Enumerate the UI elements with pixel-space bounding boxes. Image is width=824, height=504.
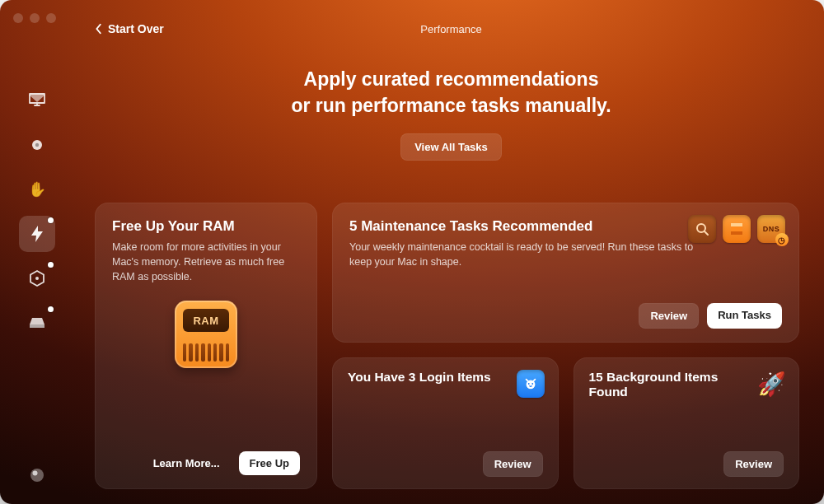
sidebar-item-performance[interactable] [19, 216, 55, 252]
svg-point-10 [526, 380, 535, 390]
shield-dot-icon [30, 138, 44, 152]
bolt-icon [29, 225, 45, 243]
sidebar-item-apps[interactable] [19, 260, 55, 296]
notification-dot [48, 262, 54, 268]
hero: Apply curated recommendations or run per… [95, 66, 808, 161]
mac-icon [27, 92, 47, 109]
ram-chip-label: RAM [183, 309, 229, 332]
drive-icon [28, 316, 46, 329]
page-title: Performance [420, 23, 481, 35]
card-title: Free Up Your RAM [112, 218, 300, 235]
sidebar: ✋ [0, 0, 74, 504]
review-button[interactable]: Review [639, 303, 699, 329]
card-desc: Make room for more activities in your Ma… [112, 240, 300, 284]
hex-icon [29, 270, 45, 287]
view-all-tasks-button[interactable]: View All Tasks [400, 133, 502, 161]
free-up-button[interactable]: Free Up [239, 451, 300, 475]
card-background-items: 🚀 15 Background Items Found Review [574, 357, 800, 489]
rocket-icon: 🚀 [757, 370, 785, 398]
bottom-cards: You Have 3 Login Items Review 🚀 15 Backg… [332, 357, 799, 489]
cards-grid: Free Up Your RAM Make room for more acti… [95, 203, 799, 489]
svg-point-2 [35, 277, 39, 280]
ram-chip-pins [183, 343, 229, 362]
svg-rect-8 [731, 223, 742, 226]
hand-icon: ✋ [28, 180, 46, 198]
app-window: Start Over Performance Apply curated rec… [0, 0, 824, 504]
header: Start Over Performance [95, 20, 808, 38]
svg-point-4 [30, 469, 44, 482]
card-free-ram: Free Up Your RAM Make room for more acti… [95, 203, 317, 489]
ram-illustration: RAM [112, 301, 300, 368]
sidebar-item-privacy[interactable]: ✋ [19, 171, 55, 208]
review-button[interactable]: Review [723, 451, 784, 477]
learn-more-button[interactable]: Learn More... [143, 451, 231, 475]
notification-dot [48, 217, 54, 223]
card-title: 15 Background Items Found [589, 370, 733, 399]
svg-point-12 [531, 383, 533, 385]
sidebar-bottom [25, 463, 49, 488]
chevron-left-icon [95, 23, 103, 35]
svg-point-1 [35, 143, 39, 147]
sidebar-item-files[interactable] [19, 305, 55, 341]
ram-chip-icon: RAM [175, 301, 237, 368]
back-button[interactable]: Start Over [95, 22, 164, 35]
login-item-app-icon [517, 370, 545, 398]
card-desc: Your weekly maintenance cocktail is read… [349, 240, 704, 269]
hero-heading: Apply curated recommendations or run per… [95, 66, 808, 119]
hero-line: or run performance tasks manually. [291, 95, 611, 116]
card-maintenance: DNS ◷ 5 Maintenance Tasks Recommended Yo… [332, 203, 799, 343]
maintenance-icons: DNS ◷ [688, 215, 785, 243]
run-tasks-button[interactable]: Run Tasks [707, 303, 782, 329]
sidebar-item-assistant[interactable] [25, 463, 49, 488]
dns-label: DNS [763, 225, 780, 233]
spotlight-reindex-icon [688, 215, 716, 243]
svg-rect-3 [30, 324, 44, 328]
notification-dot [48, 306, 54, 312]
svg-point-5 [33, 471, 38, 476]
orb-icon [29, 467, 45, 483]
disk-repair-icon [723, 215, 751, 243]
card-title: You Have 3 Login Items [348, 370, 492, 385]
svg-point-11 [527, 383, 529, 385]
dns-flush-icon: DNS ◷ [757, 215, 785, 243]
sidebar-item-protection[interactable] [19, 127, 55, 163]
review-button[interactable]: Review [483, 451, 543, 477]
clock-badge-icon: ◷ [775, 233, 789, 246]
hero-line: Apply curated recommendations [304, 68, 599, 90]
svg-rect-9 [731, 231, 742, 235]
card-login-items: You Have 3 Login Items Review [332, 357, 559, 489]
back-label: Start Over [108, 22, 164, 35]
sidebar-item-cleanup[interactable] [19, 82, 55, 119]
